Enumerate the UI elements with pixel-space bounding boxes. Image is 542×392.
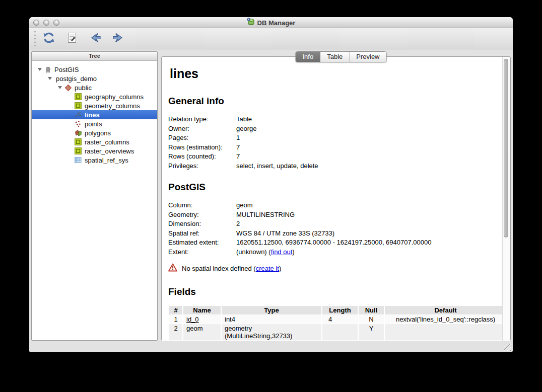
db-manager-app-icon bbox=[247, 18, 255, 28]
export-layer-button[interactable] bbox=[110, 31, 126, 47]
general-info-list: Relation type:TableOwner:georgePages:1Ro… bbox=[168, 115, 503, 171]
title-bar: DB Manager bbox=[29, 17, 513, 28]
info-label: Relation type: bbox=[168, 115, 236, 124]
tree-item-label: polygons bbox=[85, 129, 111, 137]
info-value: MULTILINESTRING bbox=[236, 210, 295, 220]
info-value: 1620551.12500, 6936774.00000 - 1624197.2… bbox=[236, 238, 432, 248]
find-out-link[interactable]: find out bbox=[271, 248, 293, 256]
info-row: Relation type:Table bbox=[168, 115, 503, 124]
expand-triangle-icon[interactable] bbox=[56, 86, 64, 89]
tree-item-polygons[interactable]: polygons bbox=[32, 128, 157, 137]
info-tab-content: lines General info Relation type:TableOw… bbox=[162, 57, 503, 341]
fields-cell: 1 bbox=[169, 315, 182, 324]
tree-panel: Tree PostGISpostgis_demopublicgeography_… bbox=[31, 51, 158, 341]
tree-item-points[interactable]: points bbox=[32, 119, 157, 128]
info-label: Extent: bbox=[168, 248, 236, 257]
tree-item-geometry_columns[interactable]: geometry_columns bbox=[32, 101, 157, 110]
fields-table: #NameTypeLengthNullDefault 1id_0int44Nne… bbox=[168, 305, 503, 341]
tab-table[interactable]: Table bbox=[320, 52, 350, 62]
import-layer-icon bbox=[89, 31, 102, 46]
db-tree: PostGISpostgis_demopublicgeography_colum… bbox=[32, 61, 157, 165]
tree-item-label: postgis_demo bbox=[56, 75, 97, 83]
postgis-elephant-icon bbox=[44, 65, 52, 73]
toolbar bbox=[29, 28, 513, 49]
info-value: WGS 84 / UTM zone 33S (32733) bbox=[236, 229, 334, 239]
tree-item-label: geometry_columns bbox=[85, 102, 140, 110]
tree-item-label: geography_columns bbox=[85, 93, 144, 101]
zoom-button[interactable] bbox=[53, 20, 59, 26]
fields-cell: int4 bbox=[222, 315, 321, 324]
spatial-index-warning: No spatial index defined (create it) bbox=[168, 263, 503, 273]
info-row: Owner:george bbox=[168, 124, 503, 134]
info-row: Extent:(unknown) (find out) bbox=[168, 248, 503, 257]
info-value: 7 bbox=[236, 152, 240, 162]
layer-table-icon bbox=[74, 93, 82, 101]
tree-item-label: spatial_ref_sys bbox=[85, 156, 128, 164]
info-label: Dimension: bbox=[168, 219, 236, 229]
info-label: Privileges: bbox=[168, 162, 236, 171]
layer-table-icon bbox=[74, 102, 82, 110]
sql-window-button[interactable] bbox=[64, 31, 80, 47]
tree-item-public[interactable]: public bbox=[32, 83, 157, 92]
tab-preview[interactable]: Preview bbox=[350, 52, 386, 62]
tree-item-label: public bbox=[75, 84, 92, 92]
fields-table-row: 1id_0int44Nnextval('lines_id_0_seq'::reg… bbox=[169, 315, 503, 324]
import-layer-button[interactable] bbox=[87, 31, 103, 47]
close-button[interactable] bbox=[33, 20, 39, 26]
fields-cell bbox=[385, 324, 503, 340]
warning-text: No spatial index defined (create it) bbox=[182, 265, 281, 272]
tree-item-label: PostGIS bbox=[54, 66, 79, 73]
tree-item-lines[interactable]: lines bbox=[32, 110, 157, 119]
fields-cell: 4 bbox=[322, 315, 358, 324]
info-label: Pages: bbox=[168, 133, 236, 143]
tree-item-postgis_demo[interactable]: postgis_demo bbox=[32, 74, 157, 83]
resize-grip[interactable] bbox=[504, 344, 511, 351]
tree-item-label: points bbox=[85, 120, 102, 128]
info-value: 1 bbox=[236, 133, 240, 143]
point-layer-icon bbox=[74, 120, 82, 128]
fields-column-header: Name bbox=[183, 306, 221, 315]
fields-cell: nextval('lines_id_0_seq'::regclass) bbox=[385, 315, 503, 324]
minimize-button[interactable] bbox=[43, 20, 49, 26]
details-panel: InfoTablePreview lines General info Rela… bbox=[161, 56, 511, 341]
info-row: Rows (estimation):7 bbox=[168, 143, 503, 152]
info-scrollbar-thumb[interactable] bbox=[504, 59, 508, 238]
db-manager-window: DB Manager bbox=[29, 17, 513, 352]
info-scrollbar[interactable] bbox=[502, 57, 510, 341]
info-label: Rows (estimation): bbox=[168, 143, 236, 152]
info-value: 7 bbox=[236, 143, 240, 152]
info-label: Estimated extent: bbox=[168, 238, 236, 248]
general-info-heading: General info bbox=[168, 96, 503, 107]
window-title: DB Manager bbox=[257, 19, 296, 27]
fields-heading: Fields bbox=[168, 286, 503, 297]
tree-item-PostGIS[interactable]: PostGIS bbox=[32, 65, 157, 74]
info-label: Column: bbox=[168, 201, 236, 210]
info-row: Privileges:select, insert, update, delet… bbox=[168, 162, 503, 171]
expand-triangle-icon[interactable] bbox=[46, 77, 54, 80]
warning-icon bbox=[168, 263, 177, 273]
tree-item-raster_columns[interactable]: raster_columns bbox=[32, 137, 157, 146]
info-row: Geometry:MULTILINESTRING bbox=[168, 210, 503, 220]
sql-window-icon bbox=[66, 32, 78, 46]
tree-item-label: raster_overviews bbox=[85, 147, 134, 155]
info-label: Spatial ref: bbox=[168, 229, 236, 239]
info-label: Owner: bbox=[168, 124, 236, 134]
fields-table-row: 2geomgeometry (MultiLineString,32733)Y bbox=[169, 324, 503, 340]
tab-info[interactable]: Info bbox=[296, 52, 320, 62]
fields-column-header: Default bbox=[385, 306, 503, 315]
refresh-button[interactable] bbox=[41, 31, 57, 47]
tree-item-raster_overviews[interactable]: raster_overviews bbox=[32, 146, 157, 155]
tree-item-spatial_ref_sys[interactable]: spatial_ref_sys bbox=[32, 155, 157, 165]
toolbar-drag-handle[interactable] bbox=[33, 31, 37, 46]
fields-column-header: # bbox=[169, 306, 182, 315]
info-row: Dimension:2 bbox=[168, 219, 503, 229]
tree-item-geography_columns[interactable]: geography_columns bbox=[32, 92, 157, 101]
expand-triangle-icon[interactable] bbox=[36, 68, 44, 71]
main-content: Tree PostGISpostgis_demopublicgeography_… bbox=[29, 49, 513, 341]
tree-item-label: raster_columns bbox=[85, 138, 129, 146]
create-spatial-index-link[interactable]: create it bbox=[256, 265, 279, 272]
tree-panel-header: Tree bbox=[32, 52, 157, 61]
table-title: lines bbox=[168, 66, 198, 81]
info-row: Spatial ref:WGS 84 / UTM zone 33S (32733… bbox=[168, 229, 503, 239]
info-row: Pages:1 bbox=[168, 133, 503, 143]
